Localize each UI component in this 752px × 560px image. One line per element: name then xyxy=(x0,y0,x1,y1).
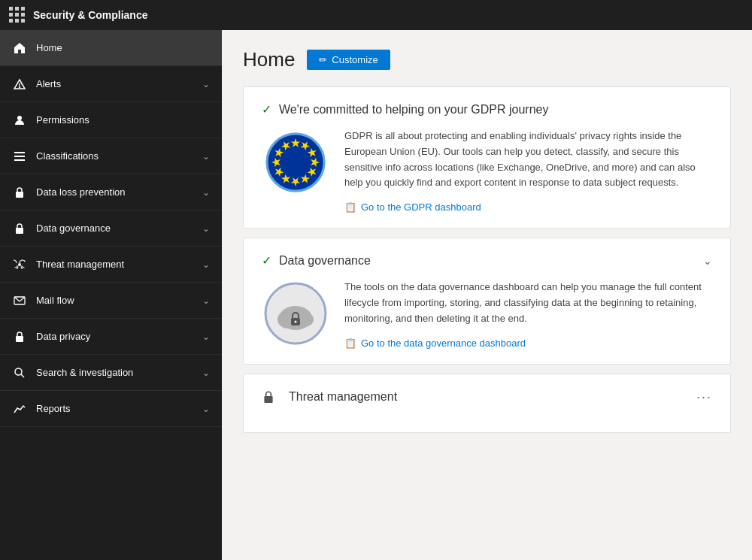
gdpr-card-header: ✓ We're committed to helping on your GDP… xyxy=(262,102,712,117)
chevron-search-icon: ⌄ xyxy=(202,368,210,378)
threat-management-card: Threat management ··· xyxy=(243,374,731,433)
svg-rect-6 xyxy=(14,159,25,161)
sidebar-label-threat-management: Threat management xyxy=(36,259,199,270)
svg-point-35 xyxy=(294,320,296,322)
chevron-threat-icon: ⌄ xyxy=(202,259,210,270)
sidebar-item-threat-management[interactable]: Threat management ⌄ xyxy=(0,247,222,283)
app-title: Security & Compliance xyxy=(33,9,148,21)
gdpr-icon-area xyxy=(262,129,329,196)
gdpr-dashboard-link[interactable]: 📋 Go to the GDPR dashboard xyxy=(344,201,712,213)
gdpr-card-text: GDPR is all about protecting and enablin… xyxy=(344,129,712,213)
sidebar-label-mail-flow: Mail flow xyxy=(36,295,199,306)
lock-tm-icon xyxy=(262,390,275,404)
gdpr-card-title: We're committed to helping on your GDPR … xyxy=(279,103,712,117)
sidebar-item-search-investigation[interactable]: Search & investigation ⌄ xyxy=(0,355,222,391)
dg-dashboard-link[interactable]: 📋 Go to the data governance dashboard xyxy=(344,338,712,349)
chevron-dg-card-icon[interactable]: ⌄ xyxy=(703,255,712,267)
chevron-classifications-icon: ⌄ xyxy=(202,151,210,162)
dg-check-icon: ✓ xyxy=(262,253,271,268)
gdpr-card-desc: GDPR is all about protecting and enablin… xyxy=(344,129,712,191)
chevron-mail-icon: ⌄ xyxy=(202,295,210,306)
chevron-dg-icon: ⌄ xyxy=(202,223,210,234)
search-icon xyxy=(12,365,27,380)
sidebar-label-alerts: Alerts xyxy=(36,78,199,89)
svg-point-12 xyxy=(15,368,22,375)
sidebar-label-classifications: Classifications xyxy=(36,150,199,162)
list-icon xyxy=(12,149,27,164)
more-options-icon[interactable]: ··· xyxy=(696,389,712,405)
gdpr-link-text: Go to the GDPR dashboard xyxy=(361,201,481,213)
data-governance-icon xyxy=(264,282,328,346)
clipboard-dg-icon: 📋 xyxy=(344,338,356,349)
tm-card-title: Threat management xyxy=(289,390,689,404)
lock-badge-icon xyxy=(12,185,27,200)
gdpr-check-icon: ✓ xyxy=(262,102,271,117)
svg-rect-4 xyxy=(14,152,25,153)
dg-card-desc: The tools on the data governance dashboa… xyxy=(344,280,712,326)
sidebar-item-reports[interactable]: Reports ⌄ xyxy=(0,391,222,427)
gdpr-card: ✓ We're committed to helping on your GDP… xyxy=(243,86,731,229)
dg-card-body: The tools on the data governance dashboa… xyxy=(262,280,712,348)
sidebar-item-permissions[interactable]: Permissions xyxy=(0,102,222,138)
svg-rect-7 xyxy=(16,192,23,198)
lock-privacy-icon xyxy=(12,329,27,344)
dg-link-text: Go to the data governance dashboard xyxy=(361,338,526,349)
chart-icon xyxy=(12,401,27,416)
dg-card-text: The tools on the data governance dashboa… xyxy=(344,280,712,348)
tm-card-header: Threat management ··· xyxy=(262,389,712,405)
sidebar-item-data-loss-prevention[interactable]: Data loss prevention ⌄ xyxy=(0,174,222,210)
page-title: Home xyxy=(243,48,295,71)
sidebar-label-data-loss-prevention: Data loss prevention xyxy=(36,186,199,198)
svg-rect-11 xyxy=(16,336,23,342)
sidebar-item-mail-flow[interactable]: Mail flow ⌄ xyxy=(0,283,222,319)
sidebar-label-data-privacy: Data privacy xyxy=(36,331,199,342)
dg-icon-area xyxy=(262,280,329,347)
chevron-dlp-icon: ⌄ xyxy=(202,187,210,198)
sidebar-item-home[interactable]: Home xyxy=(0,30,222,66)
svg-line-13 xyxy=(21,374,24,377)
sidebar-label-permissions: Permissions xyxy=(36,114,210,126)
sidebar-item-alerts[interactable]: Alerts ⌄ xyxy=(0,66,222,102)
top-bar: Security & Compliance xyxy=(0,0,752,30)
person-icon xyxy=(12,113,27,128)
sidebar-label-home: Home xyxy=(36,42,210,53)
chevron-alerts-icon: ⌄ xyxy=(202,79,210,89)
sidebar: ‹ Home Alerts ⌄ Permissions xyxy=(0,30,222,560)
gdpr-card-body: GDPR is all about protecting and enablin… xyxy=(262,129,712,213)
svg-point-3 xyxy=(17,116,22,120)
sidebar-item-classifications[interactable]: Classifications ⌄ xyxy=(0,138,222,174)
customize-btn-label: Customize xyxy=(332,54,378,65)
app-grid-icon xyxy=(9,7,26,23)
data-governance-card: ✓ Data governance ⌄ xyxy=(243,238,731,364)
content-area: Home ✏ Customize ✓ We're committed to he… xyxy=(222,30,752,560)
svg-rect-37 xyxy=(264,396,272,403)
main-layout: ‹ Home Alerts ⌄ Permissions xyxy=(0,30,752,560)
biohazard-icon xyxy=(12,257,27,272)
dg-card-title: Data governance xyxy=(279,254,696,268)
svg-rect-8 xyxy=(16,228,23,234)
customize-button[interactable]: ✏ Customize xyxy=(307,50,390,70)
mail-icon xyxy=(12,293,27,308)
sidebar-item-data-privacy[interactable]: Data privacy ⌄ xyxy=(0,319,222,355)
page-header: Home ✏ Customize xyxy=(243,48,731,71)
clipboard-icon: 📋 xyxy=(344,201,356,213)
alert-icon xyxy=(12,77,27,92)
dg-card-header: ✓ Data governance ⌄ xyxy=(262,253,712,268)
chevron-reports-icon: ⌄ xyxy=(202,404,210,414)
sidebar-item-data-governance[interactable]: Data governance ⌄ xyxy=(0,210,222,247)
chevron-privacy-icon: ⌄ xyxy=(202,331,210,342)
sidebar-label-reports: Reports xyxy=(36,403,199,414)
sidebar-label-data-governance: Data governance xyxy=(36,222,199,234)
home-icon xyxy=(12,41,27,56)
svg-rect-5 xyxy=(14,156,25,157)
sidebar-label-search-investigation: Search & investigation xyxy=(36,367,199,378)
pencil-icon: ✏ xyxy=(319,54,327,65)
svg-point-9 xyxy=(18,263,21,266)
svg-point-2 xyxy=(20,86,20,87)
eu-flag-icon xyxy=(265,132,326,192)
lock-dg-icon xyxy=(12,221,27,236)
